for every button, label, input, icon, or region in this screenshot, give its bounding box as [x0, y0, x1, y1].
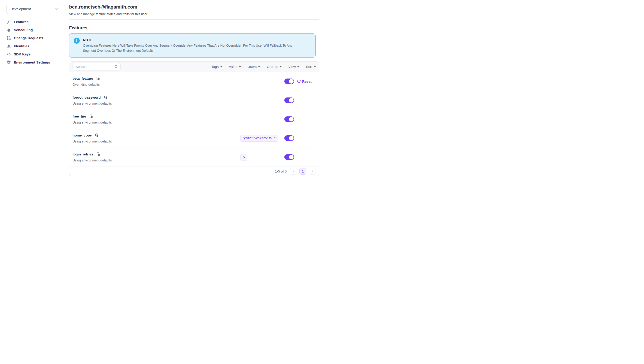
- copy-icon[interactable]: [104, 96, 108, 99]
- pagination-summary: 1-5 of 5: [275, 169, 287, 173]
- pagination-page-1-button[interactable]: 1: [299, 168, 306, 174]
- search-box[interactable]: [72, 63, 120, 70]
- sidebar-item-identities[interactable]: Identities: [0, 42, 66, 50]
- reset-button[interactable]: Reset: [297, 80, 312, 84]
- chevron-right-icon: [311, 170, 314, 173]
- feature-row-beta_feature[interactable]: beta_feature Overriding defaults: [69, 72, 319, 91]
- feature-status: Using environment defaults: [72, 102, 240, 105]
- feature-toggle[interactable]: [284, 154, 294, 160]
- filter-bar: Tags Value Users Groups View Sort: [211, 65, 316, 68]
- identities-icon: [7, 44, 11, 48]
- feature-toggle[interactable]: [284, 78, 294, 84]
- rocket-icon: [7, 20, 11, 24]
- caret-down-icon: [239, 66, 241, 68]
- feature-status: Using environment defaults: [72, 158, 240, 162]
- filter-sort[interactable]: Sort: [306, 65, 316, 68]
- page-subtitle: View and manage feature states and trait…: [69, 12, 319, 16]
- sidebar-item-environment-settings[interactable]: Environment Settings: [0, 58, 66, 66]
- note-body: Overriding Features Here Will Take Prior…: [83, 43, 302, 53]
- header-divider: [69, 20, 319, 20]
- page-title: ben.rometsch@flagsmith.com: [69, 4, 319, 10]
- filter-value[interactable]: Value: [229, 65, 241, 68]
- caret-down-icon: [297, 66, 299, 68]
- feature-value-chip[interactable]: 5: [240, 154, 248, 160]
- chevron-down-icon: [55, 7, 59, 11]
- info-icon: [74, 38, 80, 44]
- pagination: 1-5 of 5 1: [69, 166, 319, 176]
- pull-request-icon: [7, 36, 11, 40]
- feature-name: home_copy: [72, 133, 92, 137]
- sidebar-item-sdk-keys[interactable]: SDK Keys: [0, 50, 66, 58]
- feature-name: login_retries: [72, 152, 93, 156]
- environment-selector-value: Development: [10, 7, 31, 11]
- filter-tags[interactable]: Tags: [211, 65, 222, 68]
- caret-down-icon: [220, 66, 222, 68]
- stopwatch-icon: [7, 28, 11, 32]
- feature-toggle[interactable]: [284, 98, 294, 103]
- feature-row-home_copy[interactable]: home_copy Using environment defaults "{"…: [69, 129, 319, 148]
- feature-row-forgot_password[interactable]: forgot_password Using environment defaul…: [69, 91, 319, 110]
- sidebar-nav: Features Scheduling Change Requests Iden…: [0, 18, 66, 66]
- caret-down-icon: [280, 66, 282, 68]
- features-section-heading: Features: [69, 26, 319, 30]
- features-panel-header: Tags Value Users Groups View Sort: [69, 62, 319, 72]
- environment-selector[interactable]: Development: [6, 4, 62, 14]
- feature-row-free_tier[interactable]: free_tier Using environment defaults: [69, 110, 319, 129]
- filter-users[interactable]: Users: [248, 65, 260, 68]
- feature-value-chip[interactable]: "{"title":"Welcome to...": [240, 135, 278, 142]
- pagination-next-button[interactable]: [309, 168, 316, 174]
- copy-icon[interactable]: [96, 152, 100, 156]
- filter-groups[interactable]: Groups: [267, 65, 282, 68]
- feature-name: beta_feature: [72, 76, 93, 80]
- note-title: NOTE: [83, 38, 302, 42]
- search-icon: [114, 65, 118, 68]
- sidebar-item-scheduling[interactable]: Scheduling: [0, 26, 66, 34]
- app-root: Development Features Scheduling Change R…: [0, 0, 322, 182]
- note-content: NOTE Overriding Features Here Will Take …: [83, 37, 302, 53]
- feature-name: free_tier: [72, 114, 86, 118]
- copy-icon[interactable]: [95, 133, 99, 137]
- feature-status: Using environment defaults: [72, 120, 240, 124]
- feature-rows: beta_feature Overriding defaults: [69, 72, 319, 166]
- caret-down-icon: [314, 66, 316, 68]
- feature-status: Using environment defaults: [72, 140, 240, 143]
- feature-toggle[interactable]: [284, 116, 294, 122]
- chevron-left-icon: [292, 170, 295, 173]
- note-banner: NOTE Overriding Features Here Will Take …: [69, 34, 316, 58]
- filter-view[interactable]: View: [288, 65, 299, 68]
- gear-icon: [7, 60, 11, 64]
- search-input[interactable]: [76, 65, 114, 68]
- copy-icon[interactable]: [96, 76, 100, 80]
- copy-icon[interactable]: [89, 114, 93, 118]
- code-icon: [7, 52, 11, 56]
- refresh-icon: [297, 80, 301, 84]
- sidebar-item-features[interactable]: Features: [0, 18, 66, 26]
- sidebar-item-change-requests[interactable]: Change Requests: [0, 34, 66, 42]
- feature-status: Overriding defaults: [72, 83, 240, 86]
- feature-toggle[interactable]: [284, 135, 294, 141]
- caret-down-icon: [258, 66, 260, 68]
- features-panel: Tags Value Users Groups View Sort beta_f…: [69, 62, 319, 176]
- sidebar: Development Features Scheduling Change R…: [0, 0, 66, 182]
- pagination-prev-button[interactable]: [290, 168, 297, 174]
- feature-name: forgot_password: [72, 96, 101, 99]
- main-content: ben.rometsch@flagsmith.com View and mana…: [66, 0, 322, 182]
- feature-row-login_retries[interactable]: login_retries Using environment defaults…: [69, 148, 319, 166]
